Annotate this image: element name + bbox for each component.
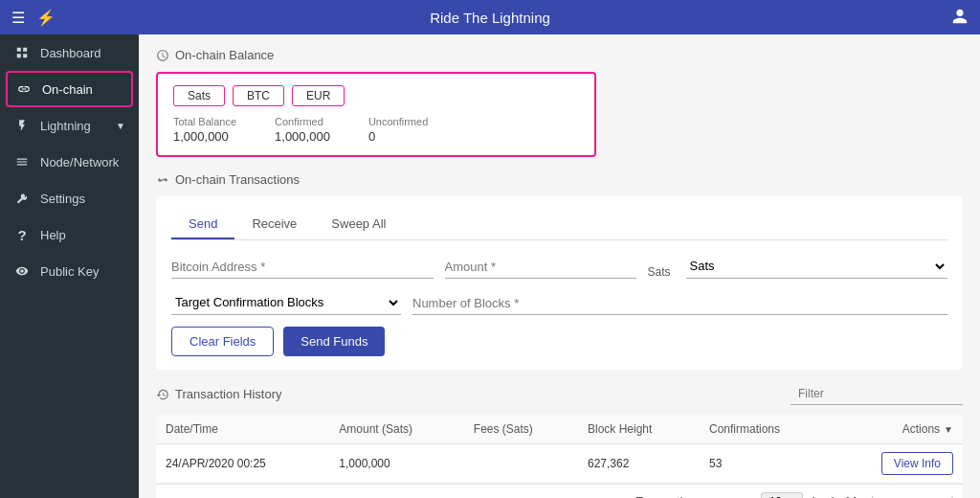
prev-page-button[interactable]: ◀ (891, 492, 911, 498)
tab-sweep-all[interactable]: Sweep All (314, 210, 403, 239)
clear-fields-button[interactable]: Clear Fields (171, 327, 274, 356)
menu-icon[interactable]: ☰ (11, 9, 25, 27)
col-amount: Amount (Sats) (329, 415, 464, 444)
bitcoin-address-input[interactable] (171, 256, 434, 279)
per-page-select[interactable]: 10 25 50 (761, 492, 803, 498)
number-of-blocks-input[interactable] (412, 292, 947, 315)
sidebar-label-onchain: On-chain (42, 82, 93, 97)
sidebar-item-publickey[interactable]: Public Key (0, 253, 139, 289)
amount-input[interactable] (445, 256, 636, 279)
balance-tab-btc[interactable]: BTC (233, 85, 284, 106)
tab-send[interactable]: Send (171, 210, 234, 239)
sidebar-label-help: Help (40, 228, 66, 242)
cell-actions: View Info (831, 444, 963, 484)
topbar: ☰ ⚡ Ride The Lightning (0, 0, 980, 34)
transactions-box: Send Receive Sweep All Sats Sats BTC EUR (156, 196, 963, 370)
balance-tabs: Sats BTC EUR (173, 85, 579, 106)
address-amount-row: Sats Sats BTC EUR (171, 254, 947, 279)
confirmed-label: Confirmed (275, 116, 330, 127)
unconfirmed-col: Unconfirmed 0 (368, 116, 428, 144)
filter-input[interactable] (791, 383, 963, 405)
sidebar-label-publickey: Public Key (40, 264, 99, 279)
cell-amount: 1,000,000 (329, 444, 464, 484)
grid-icon (13, 44, 31, 61)
balance-values: Total Balance 1,000,000 Confirmed 1,000,… (173, 116, 579, 144)
amount-unit-label: Sats (648, 265, 671, 279)
sidebar-label-lightning: Lightning (40, 119, 91, 133)
transactions-header-label: On-chain Transactions (175, 172, 300, 187)
send-funds-button[interactable]: Send Funds (283, 327, 385, 356)
chevron-down-icon: ▼ (116, 121, 125, 131)
filter-container (791, 383, 963, 405)
topbar-left: ☰ ⚡ (11, 9, 56, 27)
history-title: Transaction History (156, 387, 282, 401)
first-page-button[interactable]: |◀ (866, 492, 890, 498)
topbar-right (951, 8, 969, 28)
confirmed-col: Confirmed 1,000,000 (275, 116, 330, 144)
sidebar-item-help[interactable]: ? Help (0, 216, 139, 253)
user-icon[interactable] (951, 8, 969, 28)
bitcoin-address-field (171, 256, 434, 279)
sidebar-item-nodenetwork[interactable]: Node/Network (0, 144, 139, 180)
total-balance-col: Total Balance 1,000,000 (173, 116, 236, 144)
number-of-blocks-field (412, 292, 947, 315)
sidebar-item-lightning[interactable]: Lightning ▼ (0, 107, 139, 144)
history-table: Date/Time Amount (Sats) Fees (Sats) Bloc… (156, 415, 963, 484)
sidebar-label-nodenetwork: Node/Network (40, 155, 119, 170)
pagination: Transactions per page: 10 25 50 1 – 1 of… (156, 484, 963, 498)
confirmed-value: 1,000,000 (275, 129, 330, 144)
cell-blockheight: 627,362 (578, 444, 700, 484)
actions-label: Actions (902, 422, 940, 436)
transactions-section-header: On-chain Transactions (156, 172, 963, 187)
question-icon: ? (13, 226, 31, 243)
sidebar-label-dashboard: Dashboard (40, 46, 101, 60)
col-actions: Actions ▼ (831, 415, 963, 444)
last-page-button[interactable]: ▶| (935, 492, 959, 498)
col-confirmations: Confirmations (700, 415, 831, 444)
col-datetime: Date/Time (156, 415, 329, 444)
balance-icon (156, 49, 169, 62)
main-layout: Dashboard On-chain Lightning ▼ Node/Netw… (0, 34, 980, 498)
action-buttons: Clear Fields Send Funds (171, 327, 947, 356)
balance-header-label: On-chain Balance (175, 48, 274, 62)
next-page-button[interactable]: ▶ (913, 492, 933, 498)
history-icon (156, 388, 169, 401)
history-table-body: 24/APR/2020 00:25 1,000,000 627,362 53 V… (156, 444, 963, 484)
history-table-head: Date/Time Amount (Sats) Fees (Sats) Bloc… (156, 415, 963, 444)
transaction-tabs: Send Receive Sweep All (171, 210, 947, 240)
cell-confirmations: 53 (700, 444, 831, 484)
target-confirmation-field: Target Confirmation Blocks (171, 290, 401, 315)
actions-chevron-icon: ▼ (944, 424, 953, 435)
transactions-icon (156, 173, 169, 187)
history-label: Transaction History (175, 387, 282, 401)
bars-icon (13, 153, 31, 170)
view-info-button[interactable]: View Info (881, 452, 953, 475)
sidebar: Dashboard On-chain Lightning ▼ Node/Netw… (0, 34, 139, 498)
eye-icon (13, 262, 31, 280)
unconfirmed-value: 0 (368, 129, 428, 144)
sidebar-item-settings[interactable]: Settings (0, 180, 139, 216)
sidebar-item-dashboard[interactable]: Dashboard (0, 34, 139, 71)
sidebar-item-onchain[interactable]: On-chain (6, 71, 133, 107)
bolt-icon (13, 117, 31, 134)
lightning-icon: ⚡ (36, 9, 56, 27)
total-balance-label: Total Balance (173, 116, 236, 127)
cell-datetime: 24/APR/2020 00:25 (156, 444, 329, 484)
amount-field (445, 256, 636, 279)
balance-tab-eur[interactable]: EUR (292, 85, 345, 106)
cell-fees (464, 444, 578, 484)
confirmation-row: Target Confirmation Blocks (171, 290, 947, 315)
link-icon (15, 80, 33, 98)
table-row: 24/APR/2020 00:25 1,000,000 627,362 53 V… (156, 444, 963, 484)
wrench-icon (13, 190, 31, 207)
page-nav: |◀ ◀ ▶ ▶| (866, 492, 959, 498)
unconfirmed-label: Unconfirmed (368, 116, 428, 127)
balance-tab-sats[interactable]: Sats (173, 85, 225, 106)
history-section-header: Transaction History (156, 383, 963, 405)
col-fees: Fees (Sats) (464, 415, 578, 444)
col-blockheight: Block Height (578, 415, 700, 444)
balance-box: Sats BTC EUR Total Balance 1,000,000 Con… (156, 72, 596, 157)
unit-select[interactable]: Sats BTC EUR (686, 254, 948, 279)
tab-receive[interactable]: Receive (234, 210, 314, 239)
target-confirmation-select[interactable]: Target Confirmation Blocks (171, 290, 401, 315)
